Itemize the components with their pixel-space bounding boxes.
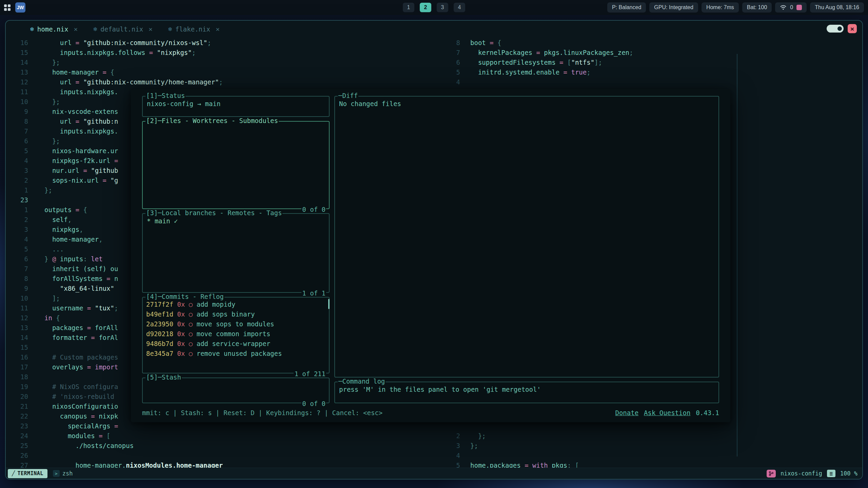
line-content: formatter = forAl (44, 333, 118, 343)
line-content: nixos-hardware.ur (44, 146, 118, 156)
line-number: 14 (9, 58, 28, 67)
panel-commits[interactable]: [4]Commits - Reflog 2717f2f 0x ○ add mop… (142, 297, 330, 373)
line-number: 23 (9, 421, 28, 431)
code-line[interactable]: 5 initrd.systemd.enable = true; (440, 67, 737, 77)
code-line[interactable]: 25 ./hosts/canopus (9, 441, 438, 451)
code-line[interactable]: 16 url = "github:nix-community/nixos-wsl… (9, 38, 438, 48)
panel-status[interactable]: [1]Status nixos-config → main (142, 96, 330, 117)
git-branch-icon[interactable] (767, 470, 776, 477)
network-icon[interactable] (780, 5, 787, 10)
line-number: 4 (9, 235, 28, 244)
tab-label: flake.nix (175, 25, 210, 33)
donate-link[interactable]: Donate (615, 409, 638, 416)
code-line[interactable]: 23 specialArgs = (9, 421, 438, 431)
window-close-button[interactable]: × (848, 24, 857, 33)
workspace-button-3[interactable]: 3 (437, 3, 448, 12)
line-number: 7 (9, 126, 28, 136)
code-line[interactable]: 7 kernelPackages = pkgs.linuxPackages_ze… (440, 48, 737, 58)
line-content: }; (44, 185, 52, 195)
status-chip[interactable]: GPU: Integrated (649, 2, 698, 13)
code-line[interactable]: 13 home-manager = { (9, 67, 438, 77)
commit-row[interactable]: 8e345a7 0x ○ remove unused packages (146, 349, 326, 359)
mode-indicator: ╱ TERMINAL (8, 469, 47, 478)
commit-row[interactable]: 2a23950 0x ○ move sops to modules (146, 319, 326, 329)
status-chip[interactable]: Home: 7ms (702, 2, 739, 13)
window-pill-toggle[interactable] (827, 25, 844, 33)
app-launcher-icon[interactable] (4, 4, 11, 11)
line-content: ... (44, 244, 64, 254)
code-line[interactable]: 12 url = "github:nix-community/home-mana… (9, 77, 438, 87)
code-line[interactable]: 26 (9, 451, 438, 461)
terminal-tab[interactable]: > zsh (53, 470, 73, 477)
pane-right-top: 8boot = {7 kernelPackages = pkgs.linuxPa… (440, 38, 737, 87)
tab-strip: ❄home.nix×❄default.nix×❄flake.nix× (25, 21, 230, 37)
commit-row[interactable]: b49ef1d 0x ○ add sops binary (146, 309, 326, 319)
line-number: 2 (9, 215, 28, 225)
workspace-button-4[interactable]: 4 (454, 3, 465, 12)
code-line[interactable]: 5home.packages = with pkgs; [ (440, 461, 737, 468)
code-line[interactable]: 24 modules = [ (9, 431, 438, 441)
commit-row[interactable]: 2717f2f 0x ○ add mopidy (146, 300, 326, 309)
line-number: 11 (9, 303, 28, 313)
commits-scrollbar[interactable] (328, 299, 330, 309)
code-line[interactable]: 15 inputs.nixpkgs.follows = "nixpkgs"; (9, 48, 438, 58)
notification-count[interactable]: 0 (790, 4, 793, 11)
line-number: 18 (9, 372, 28, 382)
line-number: 8 (440, 38, 460, 48)
top-bar-right: P: BalancedGPU: IntegratedHome: 7msBat: … (607, 2, 864, 13)
code-line[interactable]: 14 }; (9, 58, 438, 67)
line-content: ./hosts/canopus (44, 441, 134, 451)
code-line[interactable]: 2 }; (440, 431, 737, 441)
tab-close-icon[interactable]: × (74, 25, 78, 33)
clock[interactable]: Thu Aug 08, 18:16 (810, 2, 864, 13)
file-position-icon[interactable]: ≡ (827, 470, 835, 477)
status-chip[interactable]: Bat: 100 (742, 2, 772, 13)
line-number: 4 (440, 77, 460, 87)
recorder-icon[interactable] (796, 5, 802, 10)
line-content: } @ inputs: let (44, 254, 103, 264)
commit-list: 2717f2f 0x ○ add mopidyb49ef1d 0x ○ add … (143, 298, 329, 359)
code-line[interactable]: 4 (440, 77, 737, 87)
code-line[interactable]: 8boot = { (440, 38, 737, 48)
line-content: sops-nix.url = "g (44, 176, 118, 185)
line-content: in { (44, 313, 60, 323)
status-chip[interactable]: P: Balanced (607, 2, 646, 13)
nix-snowflake-icon: ❄ (168, 25, 172, 33)
ask-question-link[interactable]: Ask Question (644, 409, 690, 416)
tab-home.nix[interactable]: ❄home.nix× (25, 21, 83, 37)
workspace-button-1[interactable]: 1 (403, 3, 414, 12)
code-line[interactable]: 27 home-manager.nixosModules.home-manage… (9, 461, 438, 468)
line-number: 3 (440, 441, 460, 451)
line-number: 7 (9, 264, 28, 274)
diff-content: No changed files (335, 97, 718, 111)
branch-name: nixos-config (781, 470, 822, 477)
panel-stash[interactable]: [5]Stash 0 of 0 (142, 378, 330, 403)
line-content: inputs.nixpkgs. (44, 87, 118, 97)
panel-files[interactable]: [2]Files - Worktrees - Submodules 0 of 0 (142, 121, 330, 209)
nix-snowflake-icon: ❄ (93, 25, 97, 33)
tab-default.nix[interactable]: ❄default.nix× (88, 21, 158, 37)
line-number: 20 (9, 392, 28, 402)
tab-close-icon[interactable]: × (216, 25, 220, 33)
nix-snowflake-icon: ❄ (30, 25, 34, 33)
panel-branches[interactable]: [3]Local branches - Remotes - Tags * mai… (142, 213, 330, 293)
line-number: 8 (9, 117, 28, 126)
line-content: nixosConfiguratio (44, 402, 118, 411)
tab-flake.nix[interactable]: ❄flake.nix× (163, 21, 225, 37)
panel-diff[interactable]: Diff No changed files (334, 96, 719, 378)
line-number: 12 (9, 313, 28, 323)
panel-files-title: [2]Files - Worktrees - Submodules (145, 117, 279, 124)
panel-status-title: [1]Status (145, 92, 185, 99)
code-line[interactable]: 4 (440, 451, 737, 461)
panel-command-log[interactable]: Command log press 'M' in the files panel… (334, 382, 719, 403)
commit-row[interactable]: 9486b7d 0x ○ add service-wrapper (146, 339, 326, 349)
tab-label: home.nix (37, 25, 68, 33)
line-content: }; (44, 97, 60, 107)
code-line[interactable]: 3}; (440, 441, 737, 451)
logo-badge[interactable]: JW (15, 2, 25, 13)
commit-row[interactable]: d920218 0x ○ move common imports (146, 329, 326, 339)
workspace-button-2[interactable]: 2 (420, 3, 431, 12)
tab-close-icon[interactable]: × (149, 25, 153, 33)
keybindings-hint: mmit: c | Stash: s | Reset: D | Keybindi… (142, 409, 382, 416)
code-line[interactable]: 6 supportedFilesystems = ["ntfs"]; (440, 58, 737, 67)
